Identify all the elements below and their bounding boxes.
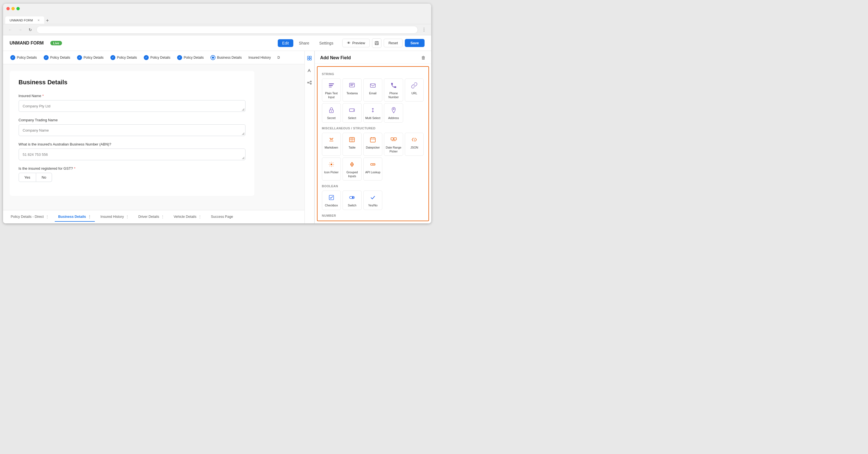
field-item-switch[interactable]: Switch	[343, 190, 362, 210]
more-menu-button[interactable]: ⋮	[420, 26, 428, 34]
trash-icon[interactable]: 🗑	[421, 55, 426, 60]
svg-rect-33	[394, 138, 397, 140]
field-item-plain-text-input[interactable]: Plain Text Input	[322, 79, 341, 101]
field-item-secret[interactable]: Secret	[322, 103, 341, 123]
field-item-checkbox[interactable]: Checkbox	[322, 190, 341, 210]
tab-check-icon: ✓	[10, 55, 15, 60]
field-item-label: Textarea	[346, 92, 358, 95]
preview-button[interactable]: 👁 Preview	[342, 39, 370, 47]
page-tab-d[interactable]: D	[275, 54, 283, 61]
page-tab-policy2[interactable]: ✓ Policy Details	[41, 53, 73, 62]
insured-name-input[interactable]	[19, 100, 246, 112]
field-item-label: Yes/No	[368, 204, 377, 208]
resize-handle	[242, 108, 244, 111]
field-item-json[interactable]: JSON	[405, 133, 424, 156]
svg-rect-32	[391, 138, 394, 140]
app-header: UNMAND FORM Live Edit Share Settings 👁 P…	[3, 35, 431, 51]
bottom-tab-vehicle-details[interactable]: Vehicle Details ⋮	[170, 212, 205, 222]
no-button[interactable]: No	[36, 173, 52, 182]
sidebar-logic-icon[interactable]	[306, 79, 313, 87]
switch-icon	[347, 193, 356, 202]
yes-button[interactable]: Yes	[19, 173, 36, 182]
field-item-email[interactable]: Email	[363, 79, 382, 101]
reset-button[interactable]: Reset	[384, 39, 403, 47]
svg-line-11	[309, 83, 310, 84]
field-item-label: Switch	[348, 204, 356, 208]
field-item-phone-number[interactable]: Phone Number	[384, 79, 403, 101]
save-file-icon	[374, 41, 379, 46]
insured-name-input-wrapper	[19, 100, 246, 112]
save-icon-button[interactable]	[372, 38, 381, 48]
field-item-textarea[interactable]: Textarea	[343, 79, 362, 101]
bottom-tab-policy-direct[interactable]: Policy Details - Direct ⋮	[7, 212, 53, 222]
field-item-url[interactable]: URL	[405, 79, 424, 101]
address-icon	[389, 106, 398, 115]
field-item-icon-picker[interactable]: Icon Picker	[322, 157, 341, 181]
page-tab-policy3[interactable]: ✓ Policy Details	[74, 53, 106, 62]
back-button[interactable]: ←	[6, 26, 14, 34]
field-item-api-lookup[interactable]: API Lookup	[363, 157, 382, 181]
field-item-date-range-picker[interactable]: Date Range Picker	[384, 133, 403, 156]
sidebar-grid-icon[interactable]	[306, 54, 313, 62]
page-tab-policy6[interactable]: ✓ Policy Details	[174, 53, 207, 62]
forward-button[interactable]: →	[17, 26, 24, 34]
page-tab-policy5[interactable]: ✓ Policy Details	[141, 53, 173, 62]
field-item-address[interactable]: Address	[384, 103, 403, 123]
close-window-button[interactable]	[6, 7, 10, 10]
bottom-tab-success-page[interactable]: Success Page	[208, 213, 236, 221]
settings-nav-button[interactable]: Settings	[315, 39, 338, 47]
browser-tab[interactable]: UNMAND FORM ×	[5, 17, 44, 24]
page-tab-insured[interactable]: Insured History	[246, 54, 274, 61]
tab-close-icon[interactable]: ×	[37, 18, 40, 22]
field-item-multi-select[interactable]: Multi Select	[363, 103, 382, 123]
edit-nav-button[interactable]: Edit	[278, 39, 293, 47]
field-item-label: Plain Text Input	[323, 92, 340, 99]
checkbox-icon	[327, 193, 336, 202]
tab-menu-icon[interactable]: ⋮	[88, 214, 91, 219]
field-item-datepicker[interactable]: Datepicker	[363, 133, 382, 156]
bottom-tab-driver-details[interactable]: Driver Details ⋮	[135, 212, 168, 222]
minimize-window-button[interactable]	[11, 7, 15, 10]
field-item-table[interactable]: Table	[343, 133, 362, 156]
new-tab-button[interactable]: +	[44, 17, 51, 24]
tab-menu-icon[interactable]: ⋮	[45, 214, 49, 219]
company-trading-name-label: Company Trading Name	[19, 118, 246, 122]
misc-section-label: Miscellaneous / Structured	[322, 127, 424, 130]
tab-menu-icon[interactable]: ⋮	[125, 214, 129, 219]
sidebar-paint-icon[interactable]	[306, 66, 313, 74]
page-tab-policy4[interactable]: ✓ Policy Details	[107, 53, 140, 62]
share-nav-button[interactable]: Share	[294, 39, 314, 47]
abn-input[interactable]	[19, 149, 246, 160]
company-trading-name-input[interactable]	[19, 124, 246, 136]
tab-menu-icon[interactable]: ⋮	[198, 214, 202, 219]
header-actions: 👁 Preview Reset Save	[342, 38, 425, 48]
panel-header: Add New Field 🗑	[315, 51, 431, 64]
field-item-markdown[interactable]: Markdown	[322, 133, 341, 156]
save-button[interactable]: Save	[405, 39, 424, 47]
field-item-select[interactable]: Select	[343, 103, 362, 123]
bottom-tab-business-details[interactable]: Business Details ⋮	[55, 212, 95, 222]
gst-field: Is the insured registered for GST? * Yes…	[19, 167, 246, 182]
svg-point-7	[308, 82, 309, 83]
page-tab-policy1[interactable]: ✓ Policy Details	[7, 53, 40, 62]
svg-rect-2	[376, 43, 378, 44]
window-controls	[6, 7, 20, 10]
svg-point-22	[393, 109, 394, 110]
browser-titlebar	[3, 4, 431, 13]
refresh-button[interactable]: ↻	[26, 26, 34, 34]
field-item-label: Datepicker	[366, 146, 380, 150]
right-panel: Add New Field 🗑 String Plain Text Input	[314, 51, 431, 223]
tab-active-circle	[211, 55, 215, 60]
bottom-tab-insured-history[interactable]: Insured History ⋮	[97, 212, 133, 222]
maximize-window-button[interactable]	[17, 7, 20, 10]
field-item-yesno[interactable]: Yes/No	[363, 190, 382, 210]
tab-check-icon: ✓	[177, 55, 182, 60]
address-bar[interactable]	[36, 26, 418, 34]
company-trading-name-field: Company Trading Name	[19, 118, 246, 136]
page-tab-business[interactable]: Business Details	[208, 53, 245, 62]
tab-menu-icon[interactable]: ⋮	[161, 214, 164, 219]
svg-rect-1	[376, 41, 378, 42]
field-item-grouped-inputs[interactable]: Grouped Inputs	[343, 157, 362, 181]
form-container: Business Details Insured Name *	[3, 64, 304, 210]
svg-point-40	[374, 164, 374, 165]
